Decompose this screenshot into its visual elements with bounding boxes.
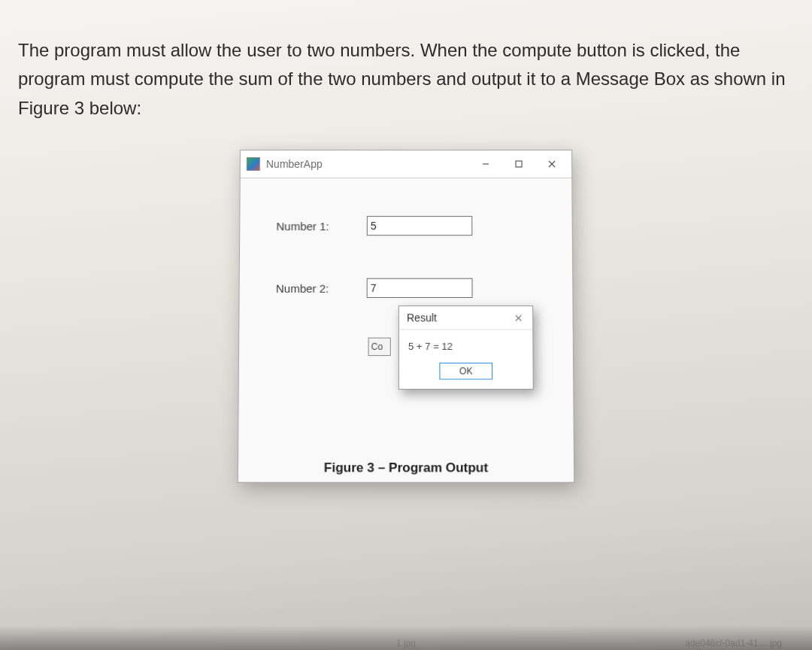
app-icon <box>247 157 260 171</box>
number1-label: Number 1: <box>276 220 366 232</box>
number1-input[interactable] <box>367 216 473 235</box>
window-controls <box>471 153 567 175</box>
minimize-button[interactable] <box>471 153 501 175</box>
result-messagebox: Result 5 + 7 = 12 OK <box>398 305 534 390</box>
compute-button[interactable]: Co <box>368 338 391 356</box>
app-window: NumberApp Number 1: <box>238 150 574 483</box>
close-icon <box>547 159 556 169</box>
number2-row: Number 2: <box>276 278 551 298</box>
messagebox-titlebar: Result <box>399 306 532 330</box>
messagebox-actions: OK <box>399 357 533 389</box>
figure-wrap: NumberApp Number 1: <box>18 150 794 478</box>
title-left: NumberApp <box>247 157 323 171</box>
titlebar: NumberApp <box>241 150 572 178</box>
filename-hint: 1.jpg <box>396 638 416 648</box>
page-bottom-edge: 1.jpg ade046cf-0ad1-41….jpg <box>0 626 812 650</box>
number2-label: Number 2: <box>276 281 367 294</box>
maximize-button[interactable] <box>504 153 534 175</box>
maximize-icon <box>514 159 523 169</box>
messagebox-title: Result <box>407 311 437 323</box>
close-icon <box>514 314 523 322</box>
svg-rect-1 <box>516 161 522 167</box>
instruction-text: The program must allow the user to two n… <box>18 36 794 123</box>
figure-caption: Figure 3 – Program Output <box>238 460 574 482</box>
ok-button[interactable]: OK <box>439 363 492 379</box>
close-button[interactable] <box>537 153 567 175</box>
app-title: NumberApp <box>266 158 323 170</box>
minimize-icon <box>481 159 490 169</box>
messagebox-close-button[interactable] <box>508 309 528 326</box>
form-body: Number 1: Number 2: Co Result 5 + 7 <box>238 178 574 453</box>
messagebox-body: 5 + 7 = 12 <box>399 330 533 357</box>
corner-hint: ade046cf-0ad1-41….jpg <box>685 638 782 648</box>
number2-input[interactable] <box>367 278 473 298</box>
number1-row: Number 1: <box>276 216 550 235</box>
